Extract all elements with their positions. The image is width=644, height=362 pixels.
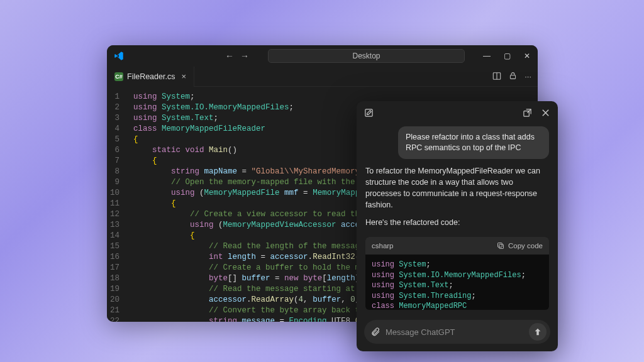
- popout-icon[interactable]: [523, 108, 532, 118]
- svg-rect-5: [499, 244, 504, 249]
- tab-filereader[interactable]: C# FileReader.cs ×: [107, 67, 194, 87]
- window-controls: — ▢ ✕: [482, 52, 531, 60]
- close-chat-icon[interactable]: [541, 108, 550, 118]
- chat-input-bar: [364, 320, 550, 344]
- maximize-icon[interactable]: ▢: [502, 52, 511, 60]
- chat-body: Please refactor into a class that adds R…: [357, 124, 558, 315]
- code-block-body: using System;using System.IO.MemoryMappe…: [365, 255, 549, 310]
- copy-code-label: Copy code: [508, 242, 543, 250]
- titlebar: ← → Desktop — ▢ ✕: [107, 45, 538, 67]
- nav-arrows: ← →: [224, 51, 250, 61]
- assistant-paragraph: Here's the refactored code:: [365, 217, 549, 228]
- chat-input[interactable]: [386, 327, 524, 337]
- breadcrumb[interactable]: Desktop: [268, 49, 465, 63]
- chat-header: [357, 101, 558, 124]
- nav-back-icon[interactable]: ←: [224, 51, 235, 61]
- close-window-icon[interactable]: ✕: [523, 52, 531, 60]
- send-button[interactable]: [529, 323, 547, 341]
- minimize-icon[interactable]: —: [482, 52, 491, 60]
- breadcrumb-text: Desktop: [352, 52, 380, 60]
- svg-rect-6: [498, 243, 502, 248]
- chat-panel: Please refactor into a class that adds R…: [357, 101, 558, 351]
- split-editor-icon[interactable]: [492, 72, 501, 81]
- more-icon[interactable]: ···: [525, 72, 531, 81]
- lock-icon[interactable]: [509, 72, 517, 81]
- svg-rect-3: [365, 109, 372, 116]
- vscode-logo-icon: [113, 50, 125, 62]
- line-gutter: 12345678910111213141516171819202122: [107, 87, 127, 322]
- svg-rect-2: [511, 75, 516, 79]
- nav-forward-icon[interactable]: →: [239, 51, 250, 61]
- user-message: Please refactor into a class that adds R…: [398, 126, 549, 159]
- tab-actions: ···: [492, 72, 531, 81]
- tabbar: C# FileReader.cs × ···: [107, 67, 538, 87]
- copy-code-button[interactable]: Copy code: [497, 242, 543, 250]
- code-block: csharp Copy code using System;using Syst…: [365, 237, 549, 310]
- assistant-paragraph: To refactor the MemoryMappedFileReader w…: [365, 165, 549, 211]
- tab-filename: FileReader.cs: [127, 72, 175, 81]
- tab-close-icon[interactable]: ×: [181, 72, 186, 81]
- code-lang-label: csharp: [372, 242, 394, 250]
- compose-icon[interactable]: [364, 108, 374, 118]
- attach-icon[interactable]: [370, 327, 380, 337]
- csharp-badge-icon: C#: [114, 72, 123, 81]
